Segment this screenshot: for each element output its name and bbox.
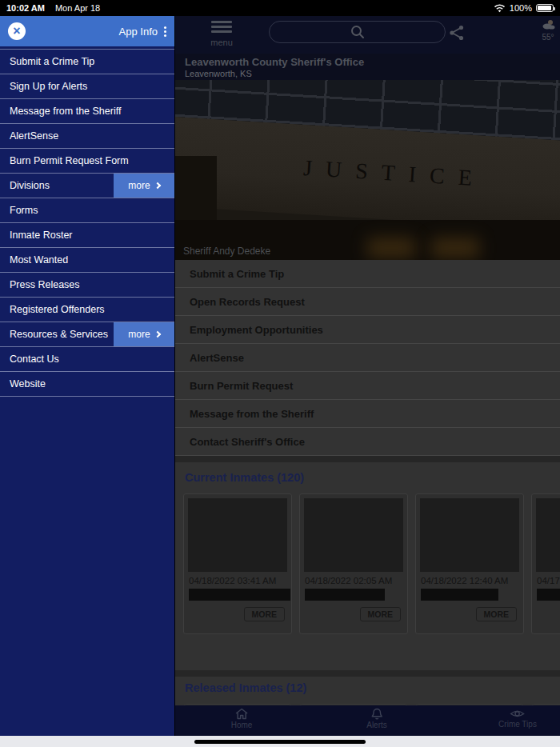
app-info-button[interactable]: App Info — [119, 26, 166, 38]
inmate-name-redacted — [189, 589, 290, 601]
sidebar-item-label: Inmate Roster — [10, 230, 73, 241]
close-icon[interactable]: × — [8, 22, 26, 40]
quick-link-label: Contact Sheriff's Office — [190, 436, 305, 448]
quick-link-burn-permit-request[interactable]: Burn Permit Request — [175, 372, 560, 400]
more-button[interactable]: MORE — [360, 607, 402, 621]
sidebar-item-label: Divisions — [10, 180, 50, 191]
sidebar-menu: Submit a Crime Tip Sign Up for Alerts Me… — [0, 49, 174, 397]
quick-link-label: Employment Opportunities — [190, 324, 323, 336]
status-left: 10:02 AM Mon Apr 18 — [6, 3, 108, 13]
menu-button[interactable]: menu — [204, 21, 239, 47]
sidebar-item-label: Burn Permit Request Form — [10, 155, 129, 166]
chevron-right-icon — [154, 331, 160, 338]
sidebar-item-forms[interactable]: Forms — [0, 198, 174, 223]
sidebar-item-label: Message from the Sheriff — [10, 106, 121, 117]
sidebar-item-label: AlertSense — [10, 130, 58, 142]
inmate-photo — [536, 498, 560, 572]
home-indicator[interactable] — [194, 740, 366, 744]
sidebar-item-resources-services[interactable]: Resources & Services more — [0, 322, 174, 347]
sidebar-item-message-from-the-sheriff[interactable]: Message from the Sheriff — [0, 99, 174, 124]
inmate-photo — [188, 498, 287, 572]
sidebar-item-label: Resources & Services — [10, 329, 108, 340]
quick-link-label: Open Records Request — [190, 296, 305, 308]
clock: 10:02 AM — [6, 3, 45, 13]
weather-temp: 55° — [537, 33, 559, 42]
inmate-booking-date: 04/18/2022 12:40 AM — [421, 576, 523, 585]
sidebar-item-label: Press Releases — [10, 279, 80, 290]
more-label: more — [128, 329, 150, 340]
quick-link-employment-opportunities[interactable]: Employment Opportunities — [175, 316, 560, 344]
hero-door-light — [367, 238, 415, 258]
sidebar-header: × App Info — [0, 16, 174, 46]
system-bottom-strip — [0, 736, 560, 747]
quick-link-contact-sheriffs-office[interactable]: Contact Sheriff's Office — [175, 428, 560, 456]
sidebar-item-sign-up-for-alerts[interactable]: Sign Up for Alerts — [0, 74, 174, 99]
sidebar-item-registered-offenders[interactable]: Registered Offenders — [0, 298, 174, 322]
share-button[interactable] — [448, 24, 469, 43]
inmate-photo — [420, 498, 519, 572]
inmate-booking-date: 04/18/2022 03:41 AM — [189, 576, 291, 585]
search-icon — [350, 24, 366, 40]
sidebar-item-divisions[interactable]: Divisions more — [0, 174, 174, 198]
inmate-card[interactable]: 04/18/2022 03:41 AM MORE — [183, 493, 292, 634]
hamburger-icon — [211, 21, 232, 23]
quick-link-message-from-the-sheriff[interactable]: Message from the Sheriff — [175, 400, 560, 428]
weather-widget[interactable]: 55° — [537, 18, 559, 42]
sidebar-item-label: Submit a Crime Tip — [10, 56, 94, 67]
sidebar: × App Info Submit a Crime Tip Sign Up fo… — [0, 16, 175, 736]
sidebar-item-website[interactable]: Website — [0, 372, 174, 397]
quick-link-open-records-request[interactable]: Open Records Request — [175, 288, 560, 316]
search-input[interactable] — [269, 21, 446, 43]
tab-crime-tips[interactable]: Crime Tips — [498, 708, 537, 729]
home-icon — [235, 708, 249, 720]
sidebar-item-label: Sign Up for Alerts — [10, 81, 87, 92]
sidebar-item-inmate-roster[interactable]: Inmate Roster — [0, 223, 174, 248]
main-content: menu — [175, 16, 560, 736]
app-screen: 10:02 AM Mon Apr 18 100% × App Info Subm… — [0, 0, 560, 747]
sidebar-item-alertsense[interactable]: AlertSense — [0, 124, 174, 149]
quick-link-label: Burn Permit Request — [190, 380, 293, 392]
hero-image: JUSTICE Sheriff Andy Dedeke — [175, 80, 560, 260]
sidebar-item-burn-permit-request-form[interactable]: Burn Permit Request Form — [0, 149, 174, 174]
chevron-right-icon — [154, 182, 160, 189]
eye-icon — [510, 708, 525, 719]
quick-link-label: Message from the Sheriff — [190, 408, 314, 420]
quick-link-submit-a-crime-tip[interactable]: Submit a Crime Tip — [175, 260, 560, 288]
divisions-more-button[interactable]: more — [114, 174, 174, 198]
sidebar-item-press-releases[interactable]: Press Releases — [0, 273, 174, 298]
sidebar-item-label: Most Wanted — [10, 254, 68, 266]
current-inmates-heading: Current Inmates (120) — [175, 462, 560, 484]
quick-link-alertsense[interactable]: AlertSense — [175, 344, 560, 372]
app-header: Leavenworth County Sheriff's Office Leav… — [175, 54, 560, 80]
quick-link-label: AlertSense — [190, 352, 244, 364]
menu-label: menu — [204, 38, 239, 47]
bottom-tab-bar: Home Alerts Crime Tips — [175, 705, 560, 736]
page-subtitle: Leavenworth, KS — [185, 69, 560, 78]
weather-icon — [541, 19, 555, 30]
more-button[interactable]: MORE — [476, 607, 518, 621]
sidebar-item-most-wanted[interactable]: Most Wanted — [0, 248, 174, 273]
status-bar: 10:02 AM Mon Apr 18 100% — [0, 0, 560, 16]
section-divider — [175, 670, 560, 677]
quick-link-label: Submit a Crime Tip — [190, 268, 284, 280]
sidebar-item-label: Forms — [10, 205, 38, 216]
inmate-card[interactable]: 04/18/2022 02:05 AM MORE — [299, 493, 408, 634]
tab-label: Home — [231, 721, 253, 729]
inmate-booking-date: 04/18/2022 02:05 AM — [305, 576, 407, 585]
more-label: more — [128, 180, 150, 191]
resources-more-button[interactable]: more — [114, 322, 174, 346]
sidebar-item-label: Website — [10, 378, 46, 389]
more-button[interactable]: MORE — [244, 607, 286, 621]
share-icon — [448, 24, 466, 42]
inmate-card[interactable]: 04/18/2022 12:40 AM MORE — [415, 493, 524, 634]
page-title: Leavenworth County Sheriff's Office — [185, 56, 560, 68]
tab-alerts[interactable]: Alerts — [366, 708, 387, 729]
tab-home[interactable]: Home — [231, 708, 253, 729]
inmate-cards-row[interactable]: 04/18/2022 03:41 AM MORE 04/18/2022 02:0… — [183, 493, 560, 634]
tab-label: Alerts — [366, 721, 387, 729]
sidebar-item-contact-us[interactable]: Contact Us — [0, 347, 174, 372]
inmate-name-redacted — [421, 589, 498, 601]
inmate-card[interactable]: 04/17 — [531, 493, 560, 634]
hero-door-light — [431, 238, 479, 258]
sidebar-item-submit-a-crime-tip[interactable]: Submit a Crime Tip — [0, 50, 174, 74]
